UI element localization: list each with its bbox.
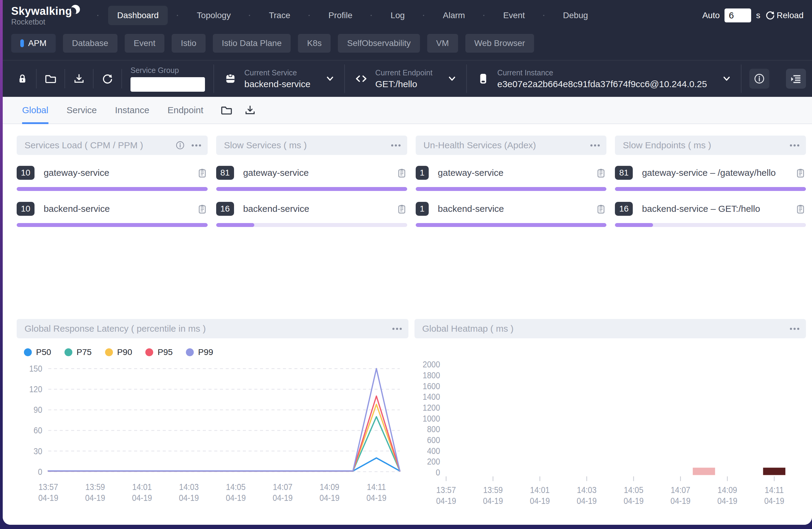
legend-item-p90[interactable]: P90 [105, 348, 132, 357]
metric-name[interactable]: gateway-service [438, 168, 596, 178]
nav-item-event[interactable]: Event [494, 6, 534, 25]
latency-line-chart[interactable]: 030609012015013:5704-1913:5904-1914:0104… [17, 357, 408, 525]
skywalking-logo[interactable]: Skywalking Rocketbot [11, 5, 80, 26]
nav-item-debug[interactable]: Debug [554, 6, 597, 25]
workspace-tab-database[interactable]: Database [63, 34, 117, 53]
refresh-templates-button[interactable] [93, 73, 121, 85]
metric-name[interactable]: backend-service [243, 204, 396, 214]
metric-name[interactable]: backend-service [44, 204, 197, 214]
card-header-icons [590, 144, 600, 146]
workspace-tab-istio[interactable]: Istio [172, 34, 205, 53]
clipboard-icon[interactable] [396, 203, 407, 214]
metric-bar [416, 187, 607, 191]
more-options-icon[interactable] [192, 144, 194, 146]
service-group-label: Service Group [130, 66, 205, 75]
legend-label: P50 [36, 348, 51, 357]
workspace-tab-selfobservability[interactable]: SelfObservability [338, 34, 420, 53]
nav-item-profile[interactable]: Profile [319, 6, 362, 25]
clipboard-icon[interactable] [795, 167, 806, 178]
clipboard-icon[interactable] [197, 167, 208, 178]
workspace-tab-event[interactable]: Event [125, 34, 165, 53]
metric-name[interactable]: backend-service [438, 204, 596, 214]
x-axis-tick-date: 04-19 [530, 496, 550, 506]
metric-name[interactable]: gateway-service – /gateway/hello [642, 168, 795, 178]
view-tab-service[interactable]: Service [58, 97, 106, 123]
metric-value-badge: 81 [216, 166, 234, 180]
more-options-icon[interactable] [590, 144, 593, 146]
metric-name[interactable]: backend-service – GET:/hello [642, 204, 795, 214]
auto-interval-input[interactable] [725, 9, 751, 23]
import-template-button[interactable] [65, 73, 93, 85]
more-options-icon[interactable] [790, 328, 792, 330]
card-title: Slow Services ( ms ) [224, 140, 391, 150]
view-tab-global[interactable]: Global [13, 97, 58, 123]
y-axis-tick-label: 2000 [423, 359, 440, 369]
legend-label: P99 [198, 348, 213, 357]
current-endpoint-selector[interactable]: Current Endpoint GET:/hello [345, 69, 466, 89]
open-template-button[interactable] [37, 73, 64, 85]
current-service-value: backend-service [244, 79, 310, 89]
more-options-icon[interactable] [790, 144, 792, 146]
more-options-icon[interactable] [391, 144, 393, 146]
view-tab-endpoint[interactable]: Endpoint [158, 97, 212, 123]
clipboard-icon[interactable] [197, 203, 208, 214]
card-header: Slow Endpoints ( ms ) [615, 136, 806, 155]
nav-item-topology[interactable]: Topology [188, 6, 240, 25]
metric-value-badge: 1 [416, 166, 429, 180]
service-icon [224, 72, 237, 85]
workspace-tab-web-browser[interactable]: Web Browser [465, 34, 534, 53]
info-button[interactable] [749, 69, 769, 89]
nav-item-log[interactable]: Log [381, 6, 414, 25]
current-instance-selector[interactable]: Current Instance e3e07e2a2b664e8c91fda37… [467, 69, 741, 89]
clipboard-icon[interactable] [795, 203, 806, 214]
workspace-tab-istio-data-plane[interactable]: Istio Data Plane [213, 34, 291, 53]
workspace-tab-k8s[interactable]: K8s [298, 34, 331, 53]
more-options-icon[interactable] [392, 328, 394, 330]
metric-name[interactable]: gateway-service [243, 168, 396, 178]
legend-item-p95[interactable]: P95 [145, 348, 173, 357]
clipboard-icon[interactable] [596, 167, 606, 178]
active-tab-dot [20, 39, 24, 47]
legend-item-p99[interactable]: P99 [186, 348, 213, 357]
metric-name[interactable]: gateway-service [44, 168, 197, 178]
nav-item-alarm[interactable]: Alarm [434, 6, 474, 25]
info-icon[interactable] [175, 141, 185, 150]
legend-item-p75[interactable]: P75 [64, 348, 92, 357]
reload-button[interactable]: Reload [765, 10, 803, 20]
y-axis-tick-label: 200 [427, 457, 440, 467]
metric-row: 81gateway-service – /gateway/hello [615, 166, 806, 191]
workspace-tab-label: APM [28, 39, 47, 48]
current-service-selector[interactable]: Current Service backend-service [214, 69, 344, 89]
x-axis-tick-date: 04-19 [436, 496, 456, 506]
workspace-tab-vm[interactable]: VM [427, 34, 458, 53]
heatmap-cell-14-11[interactable] [763, 468, 785, 475]
x-axis-tick-time: 13:59 [483, 485, 503, 495]
metric-row: 10backend-service [17, 202, 208, 227]
series-line-p90 [48, 404, 400, 471]
service-group-input[interactable] [130, 77, 205, 92]
heatmap-chart[interactable]: 200018001600140012001000800600400200013:… [415, 338, 806, 525]
clipboard-icon[interactable] [596, 203, 606, 214]
y-axis-tick-label: 1800 [423, 370, 440, 380]
view-tab-instance[interactable]: Instance [106, 97, 158, 123]
logo-subtitle: Rocketbot [11, 17, 80, 26]
lock-template-button[interactable] [9, 73, 36, 85]
expand-panel-button[interactable] [786, 69, 806, 89]
legend-dot [64, 348, 72, 356]
metric-bar [17, 223, 208, 227]
nav-item-dashboard[interactable]: Dashboard [108, 6, 168, 25]
heatmap-cell-14-08[interactable] [693, 468, 715, 475]
service-group-section: Service Group [122, 66, 214, 92]
current-service-label: Current Service [244, 69, 310, 77]
clipboard-icon[interactable] [396, 167, 407, 178]
legend-item-p50[interactable]: P50 [24, 348, 51, 357]
nav-item-trace[interactable]: Trace [260, 6, 300, 25]
open-dashboard-button[interactable] [220, 104, 233, 116]
metric-bar [216, 187, 407, 191]
y-axis-tick-label: 1600 [423, 381, 440, 391]
card-title: Services Load ( CPM / PPM ) [25, 140, 175, 150]
card-title: Un-Health Services (Apdex) [423, 140, 591, 150]
export-dashboard-button[interactable] [244, 104, 256, 116]
y-axis-tick-label: 150 [29, 364, 42, 374]
workspace-tab-apm[interactable]: APM [11, 34, 56, 53]
